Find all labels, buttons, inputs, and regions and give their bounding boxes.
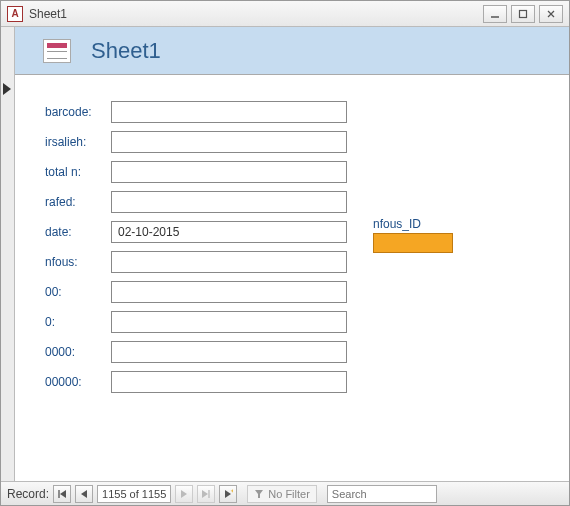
nfous-id-label: nfous_ID [373, 217, 453, 231]
search-input[interactable] [327, 485, 437, 503]
new-record-button[interactable]: ✦ [219, 485, 237, 503]
field-0[interactable] [111, 311, 347, 333]
svg-marker-12 [255, 490, 263, 498]
svg-marker-6 [81, 490, 87, 498]
field-label: 0000: [45, 345, 111, 359]
form-header: Sheet1 [15, 27, 569, 75]
filter-indicator[interactable]: No Filter [247, 485, 317, 503]
form-title: Sheet1 [91, 38, 161, 64]
form-body: barcode: irsalieh: total n: rafed: date:… [15, 75, 569, 481]
field-label: 00: [45, 285, 111, 299]
app-icon: A [7, 6, 23, 22]
field-label: 00000: [45, 375, 111, 389]
field-label: nfous: [45, 255, 111, 269]
svg-text:✦: ✦ [230, 489, 233, 494]
record-position[interactable]: 1155 of 1155 [97, 485, 171, 503]
svg-marker-8 [202, 490, 208, 498]
field-label: irsalieh: [45, 135, 111, 149]
svg-rect-1 [520, 10, 527, 17]
maximize-button[interactable] [511, 5, 535, 23]
window-titlebar: A Sheet1 [1, 1, 569, 27]
irsalieh-field[interactable] [111, 131, 347, 153]
field-row-rafed: rafed: [45, 187, 569, 217]
field-row-0000: 0000: [45, 337, 569, 367]
field-row-0: 0: [45, 307, 569, 337]
nfous-field[interactable] [111, 251, 347, 273]
window-title: Sheet1 [29, 7, 67, 21]
svg-marker-7 [181, 490, 187, 498]
field-label: date: [45, 225, 111, 239]
field-row-00000: 00000: [45, 367, 569, 397]
field-0000[interactable] [111, 341, 347, 363]
field-label: barcode: [45, 105, 111, 119]
nfous-id-box: nfous_ID [373, 217, 453, 253]
last-record-button[interactable] [197, 485, 215, 503]
field-00000[interactable] [111, 371, 347, 393]
field-label: 0: [45, 315, 111, 329]
record-navigation-bar: Record: 1155 of 1155 ✦ No Filter [1, 481, 569, 505]
field-row-total-n: total n: [45, 157, 569, 187]
minimize-button[interactable] [483, 5, 507, 23]
field-00[interactable] [111, 281, 347, 303]
first-record-button[interactable] [53, 485, 71, 503]
form-icon [43, 39, 71, 63]
record-selector-gutter[interactable] [1, 27, 15, 481]
field-row-barcode: barcode: [45, 97, 569, 127]
barcode-field[interactable] [111, 101, 347, 123]
next-record-button[interactable] [175, 485, 193, 503]
record-label: Record: [7, 487, 49, 501]
field-row-nfous: nfous: [45, 247, 569, 277]
total-n-field[interactable] [111, 161, 347, 183]
rafed-field[interactable] [111, 191, 347, 213]
form-area: Sheet1 barcode: irsalieh: total n: rafed… [1, 27, 569, 481]
filter-label: No Filter [268, 488, 310, 500]
field-label: rafed: [45, 195, 111, 209]
prev-record-button[interactable] [75, 485, 93, 503]
nfous-id-field[interactable] [373, 233, 453, 253]
svg-marker-5 [60, 490, 66, 498]
field-row-00: 00: [45, 277, 569, 307]
field-label: total n: [45, 165, 111, 179]
field-row-irsalieh: irsalieh: [45, 127, 569, 157]
funnel-icon [254, 489, 264, 499]
date-field[interactable]: 02-10-2015 [111, 221, 347, 243]
field-row-date: date: 02-10-2015 [45, 217, 569, 247]
current-record-marker-icon [3, 83, 11, 95]
close-button[interactable] [539, 5, 563, 23]
